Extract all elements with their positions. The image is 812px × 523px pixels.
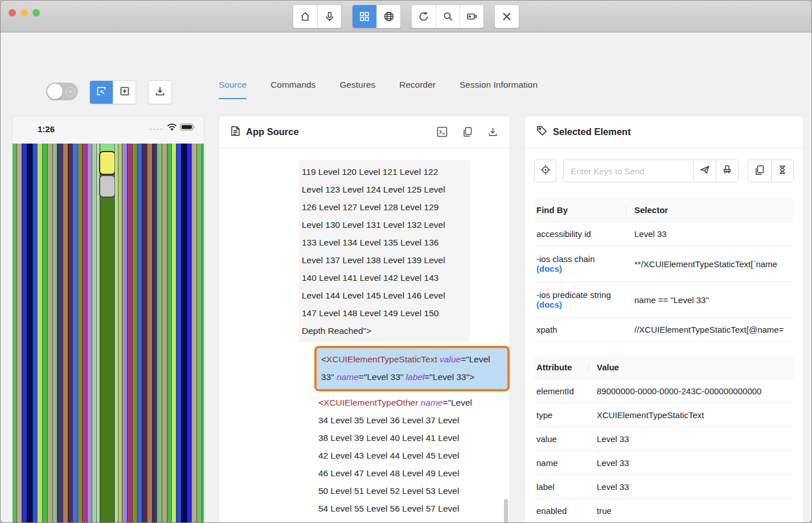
findby-header-col1: Find By bbox=[534, 198, 626, 222]
game-stripe bbox=[27, 144, 32, 523]
select-element-mode-button[interactable] bbox=[90, 81, 113, 104]
game-stripe bbox=[176, 144, 181, 523]
appium-inspector-window: ✕ 1:26 ···· SourceCommandsGesturesRecord… bbox=[0, 0, 812, 523]
screenshot-mode-group bbox=[89, 80, 136, 104]
game-stripe bbox=[13, 144, 17, 523]
findby-label: accessibility id bbox=[534, 222, 626, 246]
send-keys-input[interactable] bbox=[564, 160, 693, 182]
home-button[interactable] bbox=[293, 5, 317, 28]
source-text-line: 54 Level 55 Level 56 Level 57 Level bbox=[318, 500, 510, 517]
source-text-line: Level 137 Level 138 Level 139 Level bbox=[302, 251, 470, 269]
game-stripe bbox=[87, 144, 92, 523]
source-xml-line: <XCUIElementTypeStaticText value="Level bbox=[321, 350, 503, 368]
clear-keys-button[interactable] bbox=[716, 160, 738, 182]
attribute-value: Level 33 bbox=[589, 475, 794, 499]
game-stripe bbox=[92, 144, 96, 523]
zoom-window-button[interactable] bbox=[32, 9, 40, 17]
attribute-label: type bbox=[534, 403, 589, 427]
game-stripe bbox=[22, 144, 27, 523]
download-screenshot-button[interactable] bbox=[149, 81, 171, 104]
player-track-stripe bbox=[100, 144, 115, 523]
game-stripe bbox=[196, 144, 202, 523]
selected-source-node[interactable]: <XCUIElementTypeStaticText value="Level3… bbox=[314, 346, 510, 391]
titlebar bbox=[1, 1, 811, 32]
toggle-knob bbox=[47, 84, 63, 99]
web-view-button[interactable] bbox=[376, 5, 400, 28]
device-statusbar: 1:26 ···· bbox=[13, 116, 204, 144]
attribute-row: elementId89000000-0000-0000-243C-0000000… bbox=[534, 379, 794, 403]
tab-gestures[interactable]: Gestures bbox=[339, 80, 375, 99]
attribute-header-col1: Attribute bbox=[534, 356, 589, 379]
quit-session-button[interactable] bbox=[495, 5, 519, 28]
game-stripe bbox=[72, 144, 77, 523]
copy-icon[interactable] bbox=[462, 126, 473, 137]
device-screenshot[interactable]: 1:26 ···· bbox=[12, 116, 204, 523]
send-keys-button[interactable] bbox=[693, 160, 715, 182]
view-group bbox=[352, 5, 401, 28]
element-actions-row bbox=[525, 148, 803, 182]
document-icon bbox=[231, 125, 240, 139]
parent-node-text[interactable]: 119 Level 120 Level 121 Level 122Level 1… bbox=[299, 160, 470, 342]
search-icon bbox=[442, 11, 454, 22]
battery-icon bbox=[180, 123, 196, 133]
docs-link[interactable]: (docs) bbox=[536, 264, 562, 273]
tab-session-information[interactable]: Session Information bbox=[460, 80, 538, 99]
xml-token-attr: value bbox=[440, 354, 461, 364]
toggle-off-icon: ✕ bbox=[65, 87, 75, 96]
findby-row: -ios class chain(docs)**/XCUIElementType… bbox=[534, 246, 794, 282]
findby-header-row: Find BySelector bbox=[534, 198, 794, 222]
close-window-button[interactable] bbox=[9, 9, 16, 17]
action-group bbox=[411, 5, 484, 28]
selected-element-panel: Selected Element Find BySelectoraccessib… bbox=[524, 116, 803, 523]
attribute-value: 89000000-0000-0000-243C-000000000000 bbox=[589, 379, 794, 403]
record-button[interactable] bbox=[460, 5, 483, 28]
docs-link[interactable]: (docs) bbox=[536, 300, 562, 309]
screenshot-interaction-toggle[interactable]: ✕ bbox=[46, 83, 78, 100]
attribute-header-col2: Value bbox=[589, 356, 794, 379]
game-stripe bbox=[122, 144, 127, 523]
native-view-button[interactable] bbox=[352, 5, 376, 28]
source-scrollbar[interactable] bbox=[504, 499, 508, 523]
tab-source[interactable]: Source bbox=[219, 80, 247, 99]
findby-label: -ios predicate string(docs) bbox=[534, 282, 626, 317]
refresh-button[interactable] bbox=[412, 5, 436, 28]
mic-icon bbox=[324, 11, 335, 22]
add-selection-mode-button[interactable] bbox=[113, 81, 136, 104]
source-text-line: 140 Level 141 Level 142 Level 143 bbox=[302, 269, 470, 287]
source-text-line: 50 Level 51 Level 52 Level 53 Level bbox=[318, 482, 510, 500]
game-stripe bbox=[37, 144, 42, 523]
cellular-dots-icon: ···· bbox=[150, 125, 164, 133]
attribute-value: XCUIElementTypeStaticText bbox=[589, 403, 794, 427]
search-button[interactable] bbox=[436, 5, 460, 28]
game-stripe bbox=[57, 144, 63, 523]
terminal-icon[interactable] bbox=[437, 126, 448, 137]
tab-commands[interactable]: Commands bbox=[270, 80, 315, 99]
find-by-table: Find BySelectoraccessibility idLevel 33-… bbox=[534, 198, 794, 342]
quit-group bbox=[494, 5, 519, 28]
copy-icon bbox=[754, 165, 765, 178]
minimize-window-button[interactable] bbox=[20, 9, 28, 17]
tab-recorder[interactable]: Recorder bbox=[399, 80, 436, 99]
download-icon[interactable] bbox=[487, 126, 498, 137]
timing-button[interactable] bbox=[771, 160, 793, 182]
source-text-line: 42 Level 43 Level 44 Level 45 Level bbox=[318, 447, 510, 464]
select-element-icon bbox=[96, 85, 107, 99]
xml-token-pln: ="Level bbox=[461, 354, 490, 364]
attribute-value: true bbox=[589, 499, 794, 522]
source-text-line: 126 Level 127 Level 128 Level 129 bbox=[302, 198, 470, 216]
hourglass-icon bbox=[777, 165, 788, 177]
add-selection-icon bbox=[119, 85, 130, 99]
mic-button[interactable] bbox=[317, 5, 341, 28]
copy-attributes-button[interactable] bbox=[748, 160, 770, 182]
game-stripe bbox=[32, 144, 38, 523]
findby-value: //XCUIElementTypeStaticText[@name= bbox=[626, 318, 794, 341]
device-time: 1:26 bbox=[38, 124, 55, 134]
xml-token-pln: 33" bbox=[321, 372, 337, 382]
locate-element-button[interactable] bbox=[534, 160, 556, 182]
xml-token-attr: name bbox=[337, 372, 359, 382]
yellow-block bbox=[99, 151, 116, 175]
refresh-icon bbox=[418, 11, 429, 22]
game-stripe bbox=[202, 144, 204, 523]
next-source-node[interactable]: <XCUIElementTypeOther name="Level34 Leve… bbox=[318, 394, 510, 523]
xml-token-tag: XCUIElementTypeOther bbox=[323, 398, 418, 407]
